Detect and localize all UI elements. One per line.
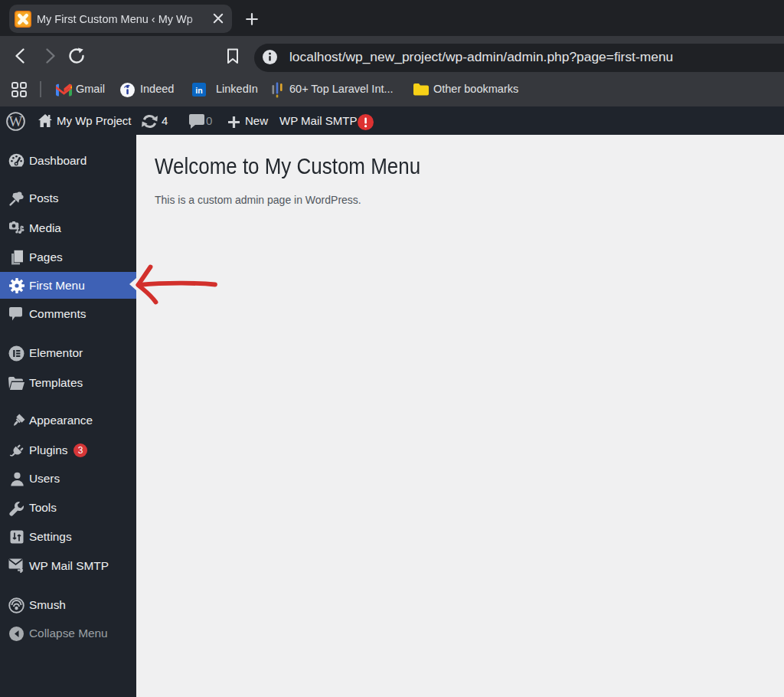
svg-text:in: in	[195, 86, 202, 95]
svg-text:W: W	[9, 113, 23, 129]
